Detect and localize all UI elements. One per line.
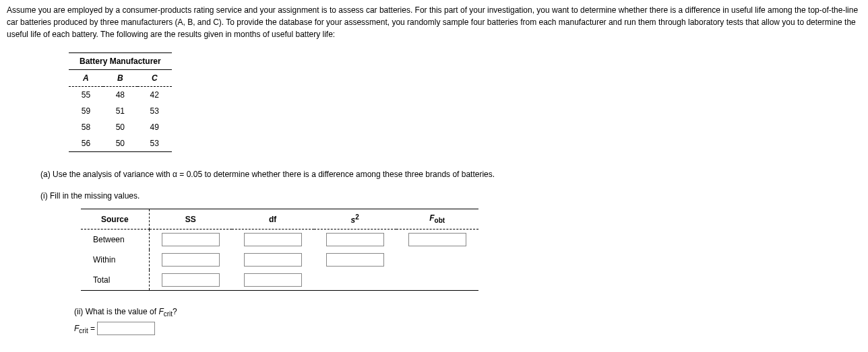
col-c: C	[137, 70, 172, 87]
anova-table: Source SS df s2 Fobt Between Within Tota…	[81, 209, 478, 291]
col-a: A	[69, 70, 103, 87]
fcrit-input[interactable]	[97, 322, 155, 335]
between-s2-input[interactable]	[326, 233, 384, 246]
battery-data-table: Battery Manufacturer A B C 554842 595153…	[69, 52, 172, 152]
table-row: 595153	[69, 103, 172, 119]
within-df-input[interactable]	[244, 253, 302, 267]
within-s2-input[interactable]	[326, 253, 384, 267]
header-source: Source	[81, 209, 149, 230]
part-a-text: (a) Use the analysis of variance with α …	[40, 168, 861, 180]
header-df: df	[232, 209, 314, 230]
between-ss-input[interactable]	[162, 233, 220, 246]
table-row: 565053	[69, 135, 172, 152]
intro-text: Assume you are employed by a consumer-pr…	[7, 4, 861, 40]
anova-row-within: Within	[81, 250, 478, 270]
table-row: 554842	[69, 87, 172, 104]
between-df-input[interactable]	[244, 233, 302, 246]
col-b: B	[103, 70, 137, 87]
fcrit-answer-row: Fcrit =	[74, 322, 861, 336]
header-s2: s2	[314, 209, 396, 230]
header-ss: SS	[149, 209, 232, 230]
data-table-title: Battery Manufacturer	[69, 53, 172, 70]
between-fobt-input[interactable]	[408, 233, 466, 246]
within-ss-input[interactable]	[162, 253, 220, 267]
anova-row-between: Between	[81, 230, 478, 250]
part-i-text: (i) Fill in the missing values.	[40, 190, 861, 202]
total-ss-input[interactable]	[162, 273, 220, 287]
table-row: 585049	[69, 119, 172, 135]
part-ii-text: (ii) What is the value of Fcrit?	[74, 306, 861, 319]
header-fobt: Fobt	[396, 209, 478, 230]
anova-row-total: Total	[81, 270, 478, 291]
total-df-input[interactable]	[244, 273, 302, 287]
